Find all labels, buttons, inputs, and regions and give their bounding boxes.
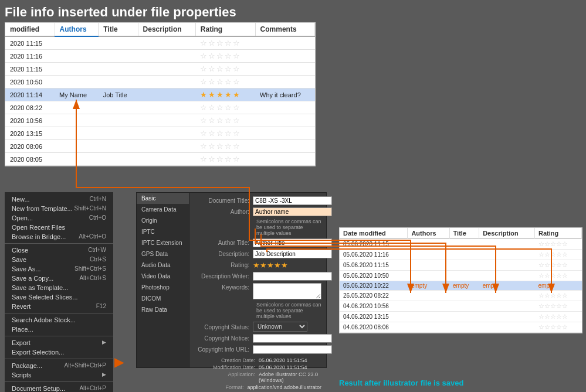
cell-modified: 2020 08:22 bbox=[5, 101, 55, 114]
cell-authors bbox=[55, 101, 99, 114]
fi-sidebar-item-video-data[interactable]: Video Data bbox=[137, 271, 189, 282]
fi-description-label: Description: bbox=[194, 250, 253, 257]
menu-item-package___[interactable]: Package...Alt+Shift+Ctrl+P bbox=[5, 361, 113, 370]
fi-author-title-input[interactable] bbox=[253, 238, 332, 247]
br-cell-title bbox=[449, 250, 479, 260]
menu-item-document_setup___[interactable]: Document Setup...Alt+Ctrl+P bbox=[5, 384, 113, 392]
fi-sidebar-item-raw-data[interactable]: Raw Data bbox=[137, 304, 189, 315]
fi-sidebar-item-iptc-extension[interactable]: IPTC Extension bbox=[137, 237, 189, 248]
menu-item-save_a_copy___[interactable]: Save a Copy...Alt+Ctrl+S bbox=[5, 274, 113, 283]
cell-authors bbox=[55, 140, 99, 153]
menu-item-open_recent_files[interactable]: Open Recent Files bbox=[5, 223, 113, 232]
cell-title bbox=[99, 114, 138, 127]
table-row[interactable]: 2020 10:56 ☆☆☆☆☆ bbox=[5, 114, 315, 127]
table-row[interactable]: 2020 08:22 ☆☆☆☆☆ bbox=[5, 101, 315, 114]
br-cell-title bbox=[449, 322, 479, 333]
col-title: Title bbox=[99, 23, 138, 36]
table-row[interactable]: 04.06.2020 13:15 ☆☆☆☆☆ bbox=[340, 312, 582, 322]
table-row[interactable]: 2020 08:06 ☆☆☆☆☆ bbox=[5, 140, 315, 153]
fi-copyright-notice-input[interactable] bbox=[253, 334, 332, 343]
cell-authors bbox=[55, 127, 99, 140]
br-cell-rating: ☆☆☆☆☆ bbox=[535, 250, 582, 260]
fi-sidebar-item-audio-data[interactable]: Audio Data bbox=[137, 260, 189, 271]
br-cell-authors bbox=[408, 322, 449, 333]
fi-sidebar-item-iptc[interactable]: IPTC bbox=[137, 226, 189, 237]
fi-sidebar-item-dicom[interactable]: DICOM bbox=[137, 293, 189, 304]
br-cell-authors bbox=[408, 260, 449, 271]
menu-item-browse_in_bridge___[interactable]: Browse in Bridge...Alt+Ctrl+O bbox=[5, 232, 113, 241]
fi-copyright-url-input[interactable] bbox=[253, 345, 332, 354]
table-row[interactable]: 2020 13:15 ☆☆☆☆☆ bbox=[5, 127, 315, 140]
menu-item-save_as_template___[interactable]: Save as Template... bbox=[5, 283, 113, 292]
fi-sidebar-item-origin[interactable]: Origin bbox=[137, 215, 189, 226]
menu-item-revert[interactable]: RevertF12 bbox=[5, 302, 113, 311]
table-row[interactable]: 2020 11:14 My Name Job Title ★★★★★ Why i… bbox=[5, 88, 315, 101]
menu-shortcut: Alt+Ctrl+P bbox=[79, 385, 106, 392]
cell-title bbox=[99, 101, 138, 114]
fi-sidebar-item-camera-data[interactable]: Camera Data bbox=[137, 204, 189, 215]
br-cell-authors bbox=[408, 271, 449, 281]
menu-item-new_from_template___[interactable]: New from Template...Shift+Ctrl+N bbox=[5, 204, 113, 213]
table-row[interactable]: 05.06.2020 10:22 empty empty empty empty bbox=[340, 281, 582, 291]
menu-item-label: Close bbox=[12, 247, 28, 254]
table-row[interactable]: 04.06.2020 10:56 ☆☆☆☆☆ bbox=[340, 301, 582, 312]
fileinfo-dialog[interactable]: BasicCamera DataOriginIPTCIPTC Extension… bbox=[136, 192, 327, 368]
fi-sidebar-item-gps-data[interactable]: GPS Data bbox=[137, 248, 189, 260]
cell-modified: 2020 11:15 bbox=[5, 36, 55, 50]
menu-divider bbox=[5, 336, 113, 336]
fi-doc-title-input[interactable] bbox=[253, 196, 332, 205]
fi-description-input[interactable] bbox=[253, 250, 332, 258]
table-row[interactable]: 26.05.2020 08:22 ☆☆☆☆☆ bbox=[340, 291, 582, 301]
fi-keywords-input[interactable] bbox=[253, 283, 321, 299]
menu-shortcut: F12 bbox=[96, 303, 106, 310]
table-row[interactable]: 05.06.2020 11:16 ☆☆☆☆☆ bbox=[340, 250, 582, 260]
cell-description bbox=[138, 76, 195, 88]
menu-item-label: Save as Template... bbox=[12, 284, 68, 291]
cell-comments bbox=[255, 140, 314, 153]
menu-item-search_adobe_stock___[interactable]: Search Adobe Stock... bbox=[5, 315, 113, 325]
cell-rating: ☆☆☆☆☆ bbox=[195, 76, 255, 88]
cell-rating: ☆☆☆☆☆ bbox=[195, 127, 255, 140]
table-row[interactable]: 2020 11:16 ☆☆☆☆☆ bbox=[5, 50, 315, 63]
cell-rating: ☆☆☆☆☆ bbox=[195, 50, 255, 63]
table-row[interactable]: 05.06.2020 10:50 ☆☆☆☆☆ bbox=[340, 271, 582, 281]
fi-sidebar-item-photoshop[interactable]: Photoshop bbox=[137, 282, 189, 293]
cell-title: Job Title bbox=[99, 88, 138, 101]
table-row[interactable]: 05.06.2020 11:15 ☆☆☆☆☆ bbox=[340, 260, 582, 271]
table-row[interactable]: 05.06.2020 11:15 ☆☆☆☆☆ bbox=[340, 239, 582, 250]
cell-comments bbox=[255, 76, 314, 88]
table-row[interactable]: 2020 11:15 ☆☆☆☆☆ bbox=[5, 36, 315, 50]
menu-item-save_as___[interactable]: Save As...Shift+Ctrl+S bbox=[5, 264, 113, 274]
br-cell-rating: empty bbox=[535, 281, 582, 291]
menu-item-label: Search Adobe Stock... bbox=[12, 316, 76, 323]
fi-copyright-status-select[interactable]: UnknownCopyrightedPublic Domain bbox=[253, 322, 307, 332]
menu-item-save[interactable]: SaveCtrl+S bbox=[5, 255, 113, 264]
fi-desc-writer-input[interactable] bbox=[253, 272, 332, 281]
table-row[interactable]: 2020 08:05 ☆☆☆☆☆ bbox=[5, 153, 315, 166]
br-cell-date: 04.06.2020 08:06 bbox=[340, 322, 408, 333]
menu-item-export[interactable]: Export bbox=[5, 338, 113, 347]
fi-sidebar-item-basic[interactable]: Basic bbox=[137, 193, 189, 204]
menu-item-place___[interactable]: Place... bbox=[5, 325, 113, 334]
cell-title bbox=[99, 76, 138, 88]
table-row[interactable]: 2020 10:50 ☆☆☆☆☆ bbox=[5, 76, 315, 88]
fi-author-input[interactable] bbox=[253, 207, 332, 216]
cell-authors bbox=[55, 153, 99, 166]
br-cell-authors: empty bbox=[408, 281, 449, 291]
fi-rating-stars[interactable]: ★★★★★ bbox=[253, 261, 288, 270]
menu-item-label: Open... bbox=[12, 214, 33, 221]
fi-copyright-status-row: Copyright Status: UnknownCopyrightedPubl… bbox=[194, 322, 321, 332]
cell-modified: 2020 10:56 bbox=[5, 114, 55, 127]
menu-item-save_selected_slices___[interactable]: Save Selected Slices... bbox=[5, 292, 113, 302]
menu-item-export_selection___[interactable]: Export Selection... bbox=[5, 347, 113, 357]
br-cell-date: 05.06.2020 11:15 bbox=[340, 260, 408, 271]
menu-item-new___[interactable]: New...Ctrl+N bbox=[5, 195, 113, 204]
menu-shortcut: Alt+Ctrl+O bbox=[79, 233, 106, 240]
cell-modified: 2020 08:06 bbox=[5, 140, 55, 153]
table-row[interactable]: 04.06.2020 08:06 ☆☆☆☆☆ bbox=[340, 322, 582, 333]
menu-item-close[interactable]: CloseCtrl+W bbox=[5, 246, 113, 255]
menu-item-scripts[interactable]: Scripts bbox=[5, 370, 113, 380]
menu-item-open___[interactable]: Open...Ctrl+O bbox=[5, 213, 113, 223]
br-cell-title bbox=[449, 301, 479, 312]
table-row[interactable]: 2020 11:15 ☆☆☆☆☆ bbox=[5, 63, 315, 76]
